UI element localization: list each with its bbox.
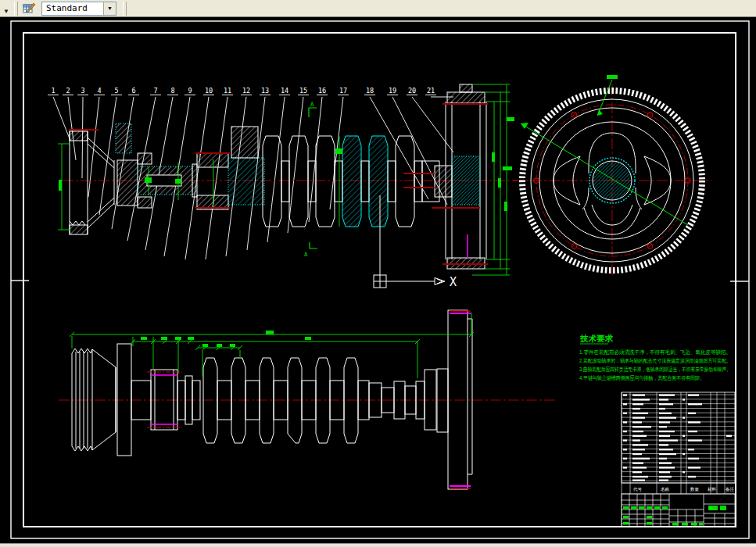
balloon: 1 <box>51 87 55 95</box>
tech-requirement-line: 2.装配滚动轴承时，轴承与轴的配合尺寸须按规定涂润滑油脂后方可装配。 <box>579 357 731 364</box>
flywheel-front-view <box>503 75 711 277</box>
balloon: 21 <box>427 87 435 95</box>
timing-gear-section <box>197 127 264 209</box>
style-combobox[interactable]: Standard ▼ <box>41 2 116 16</box>
balloon: 20 <box>408 87 416 95</box>
tech-requirements: 技术要求 1.零件在装配前必须清洗干净，不得有毛刺、飞边、氧化皮等缺陷。 2.装… <box>579 334 731 381</box>
balloon: 5 <box>114 87 118 95</box>
balloon: 9 <box>188 87 192 95</box>
header-material: 材料 <box>707 487 717 492</box>
chevron-down-icon[interactable]: ▼ <box>103 2 116 15</box>
tech-requirement-line: 3.曲轴装配后应回转灵活无卡滞，各轴承间隙适当，不得有异常振动和噪声。 <box>579 366 731 373</box>
section-label-a: A <box>304 251 308 258</box>
balloon: 10 <box>205 87 213 95</box>
tech-requirements-title: 技术要求 <box>579 334 614 343</box>
section-marker-bottom: A <box>304 242 317 258</box>
cad-canvas[interactable]: 1 2 3 4 5 6 7 8 9 10 11 12 13 14 15 16 1… <box>0 17 756 543</box>
header-notes: 备注 <box>726 487 735 492</box>
toolbar-separator <box>14 2 18 16</box>
title-block <box>622 494 735 527</box>
header-qty: 数量 <box>690 487 700 492</box>
table-style-icon-button[interactable] <box>20 1 38 16</box>
ucs-x-axis-label: X <box>450 275 457 289</box>
pulley-section <box>70 123 138 234</box>
center-hub <box>589 158 635 203</box>
flywheel-section <box>435 84 486 269</box>
balloon: 11 <box>224 87 231 95</box>
style-combobox-value: Standard <box>42 3 88 13</box>
cad-application-window: ▼ Standard ▼ <box>0 0 756 547</box>
webs-journals-side <box>203 358 448 443</box>
balloon: 13 <box>261 87 269 95</box>
header-code: 代号 <box>632 487 643 492</box>
flywheel-side <box>448 310 472 489</box>
balloon: 3 <box>81 87 84 95</box>
crankshaft-side-view <box>59 310 557 489</box>
toolbar: ▼ Standard ▼ <box>0 0 756 17</box>
balloon-labels: 1 2 3 4 5 6 7 8 9 10 11 12 13 14 15 16 1… <box>51 87 435 95</box>
balloon: 15 <box>299 87 307 95</box>
crankshaft-assembly-section: A A <box>58 84 518 275</box>
balloon: 18 <box>366 87 374 95</box>
green-dimensions-side-view <box>70 313 474 378</box>
section-label-a: A <box>310 101 314 108</box>
balloon: 7 <box>153 87 157 95</box>
tech-requirement-line: 4.平键与轴上键槽两侧面应均匀接触，其配合面不得有间隙。 <box>579 374 704 381</box>
balloon: 8 <box>170 87 174 95</box>
table-style-icon <box>23 2 35 15</box>
section-marker-top: A <box>309 101 317 117</box>
crank-webs-and-journals <box>263 136 439 227</box>
balloon: 4 <box>97 87 101 95</box>
balloon: 2 <box>66 87 70 95</box>
balloon: 6 <box>131 87 135 95</box>
balloon: 19 <box>389 87 396 95</box>
parts-list-table: 代号 名称 数量 材料 备注 <box>622 392 735 527</box>
status-bar <box>0 543 756 547</box>
toolbar-overflow-button[interactable]: ▼ <box>0 1 13 16</box>
table-header-row: 代号 名称 数量 材料 备注 <box>632 487 735 492</box>
balloon: 17 <box>339 87 347 95</box>
balloon: 16 <box>318 87 326 95</box>
front-shaft-and-gear <box>117 344 200 456</box>
balloon: 14 <box>281 87 288 95</box>
header-name: 名称 <box>661 487 670 492</box>
balloon: 12 <box>242 87 250 95</box>
tech-requirement-line: 1.零件在装配前必须清洗干净，不得有毛刺、飞边、氧化皮等缺陷。 <box>579 349 731 356</box>
pulley-side <box>72 349 116 451</box>
toolbar-separator <box>123 2 127 16</box>
